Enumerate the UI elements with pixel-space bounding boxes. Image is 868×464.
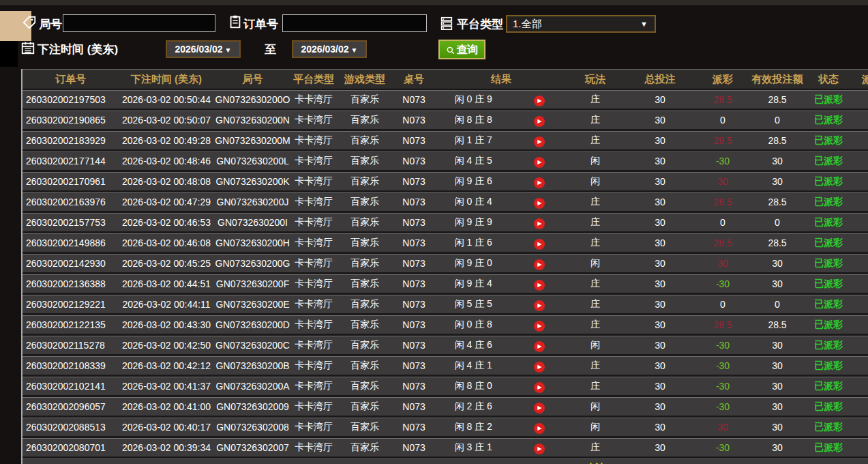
replay-play-icon[interactable]: ▶ <box>534 362 545 373</box>
cell-total-bet: 30 <box>623 213 698 233</box>
cell-platform-type: 卡卡湾厅 <box>291 111 336 131</box>
cell-payout: 30 <box>698 254 748 274</box>
cell-total-bet: 30 <box>623 315 698 336</box>
cell-platform-type: 卡卡湾厅 <box>291 213 336 233</box>
cell-valid-bet: 28.5 <box>748 315 807 336</box>
cell-platform-type: 卡卡湾厅 <box>291 233 336 254</box>
cell-game-no: GN0732630200E <box>214 295 291 315</box>
subtotal-valid-bet: 442.5 <box>748 459 807 464</box>
cell-valid-bet: 0 <box>748 111 807 131</box>
subtotal-empty <box>23 459 568 464</box>
cell-game-no: GN07326302009 <box>214 397 291 418</box>
cell-game-type: 百家乐 <box>336 274 393 295</box>
cell-status: 已派彩 <box>807 295 850 315</box>
game-no-label: 局号 <box>39 16 62 32</box>
cell-bet-time: 2026-03-02 00:41:00 <box>119 397 214 418</box>
cell-bet-time: 2026-03-02 00:47:29 <box>119 192 214 213</box>
table-body: 2603020021975032026-03-02 00:50:44GN0732… <box>23 90 868 459</box>
cell-bet-time: 2026-03-02 00:41:37 <box>119 377 214 397</box>
cell-play-type: 闲 <box>568 336 623 356</box>
cell-valid-bet: 30 <box>748 418 807 438</box>
replay-play-icon[interactable]: ▶ <box>534 239 545 250</box>
cell-platform-type: 卡卡湾厅 <box>291 397 336 418</box>
cell-game-no: GN0732630200M <box>214 131 291 151</box>
result-text: 闲 8 庄 8 <box>435 114 512 126</box>
cell-play-type: 庄 <box>568 131 623 151</box>
search-button-label: 查询 <box>457 44 479 55</box>
cell-play-type: 庄 <box>568 274 623 295</box>
replay-play-icon[interactable]: ▶ <box>534 96 545 106</box>
bet-records-table: 订单号 下注时间 (美东) 局号 平台类型 游戏类型 桌号 结果 玩法 总投注 … <box>21 69 868 464</box>
cell-game-no: GN0732630200D <box>214 315 291 336</box>
order-no-input[interactable] <box>282 14 427 32</box>
cell-result: 闲 3 庄 1▶ <box>434 438 568 459</box>
cell-game-type: 百家乐 <box>336 151 393 172</box>
result-text: 闲 4 庄 1 <box>435 360 512 372</box>
subtotal-total-bet: 540 <box>623 459 698 464</box>
cell-valid-bet: 30 <box>748 254 807 274</box>
cell-table-no: N073 <box>393 377 434 397</box>
cell-game-type: 百家乐 <box>336 233 393 254</box>
cell-platform-type: 卡卡湾厅 <box>291 315 336 336</box>
result-text: 闲 1 庄 7 <box>435 134 512 147</box>
replay-play-icon[interactable]: ▶ <box>534 259 545 270</box>
game-no-input[interactable] <box>63 14 215 32</box>
date-to-picker[interactable]: 2026/03/02▼ <box>292 40 367 58</box>
replay-play-icon[interactable]: ▶ <box>534 341 545 352</box>
result-text: 闲 0 庄 8 <box>435 319 512 331</box>
cell-payout: 0 <box>698 213 748 233</box>
cell-bet-time: 2026-03-02 00:46:08 <box>119 233 214 254</box>
search-button[interactable]: 查询 <box>438 40 485 59</box>
cell-result: 闲 4 庄 6▶ <box>434 336 568 356</box>
cell-valid-bet: 0 <box>748 213 807 233</box>
col-result: 结果 <box>434 69 568 90</box>
cell-valid-bet: 30 <box>748 356 807 377</box>
replay-play-icon[interactable]: ▶ <box>534 280 545 291</box>
platform-type-select[interactable]: 1.全部 ▼ <box>506 15 656 33</box>
cell-bet-time: 2026-03-02 00:43:30 <box>119 315 214 336</box>
cell-result: 闲 9 庄 6▶ <box>434 172 568 192</box>
cell-table-no: N073 <box>393 438 434 459</box>
replay-play-icon[interactable]: ▶ <box>534 218 545 229</box>
cell-table-no: N073 <box>393 254 434 274</box>
cell-table-no: N073 <box>393 315 434 336</box>
replay-play-icon[interactable]: ▶ <box>534 198 545 209</box>
table-row: 2603020021429302026-03-02 00:45:25GN0732… <box>23 254 868 274</box>
replay-play-icon[interactable]: ▶ <box>534 321 545 332</box>
cell-status: 已派彩 <box>807 131 850 151</box>
replay-play-icon[interactable]: ▶ <box>534 177 545 188</box>
replay-play-icon[interactable]: ▶ <box>534 136 545 147</box>
cell-result: 闲 9 庄 4▶ <box>434 274 568 295</box>
col-table-no: 桌号 <box>393 69 434 90</box>
cell-platform-type: 卡卡湾厅 <box>291 90 336 111</box>
result-text: 闲 9 庄 4 <box>435 278 512 290</box>
date-from-picker[interactable]: 2026/03/02▼ <box>166 40 241 58</box>
cell-result: 闲 5 庄 5▶ <box>434 295 568 315</box>
cell-total-bet: 30 <box>623 438 698 459</box>
replay-play-icon[interactable]: ▶ <box>534 116 545 127</box>
cell-order-no: 260302002129221 <box>23 295 119 315</box>
cell-result: 闲 9 庄 9▶ <box>434 213 568 233</box>
replay-play-icon[interactable]: ▶ <box>534 403 545 414</box>
subtotal-empty <box>850 459 868 464</box>
cell-game-no: GN0732630200K <box>214 172 291 192</box>
cell-game-type: 百家乐 <box>336 172 393 192</box>
table-row: 2603020020807012026-03-02 00:39:34GN0732… <box>23 438 868 459</box>
cell-clipped <box>850 131 868 151</box>
table-row: 2603020021975032026-03-02 00:50:44GN0732… <box>23 90 868 111</box>
replay-play-icon[interactable]: ▶ <box>534 423 545 434</box>
cell-payout: -30 <box>698 438 748 459</box>
cell-bet-time: 2026-03-02 00:42:12 <box>119 356 214 377</box>
cell-payout: -30 <box>698 377 748 397</box>
replay-play-icon[interactable]: ▶ <box>534 444 545 454</box>
replay-play-icon[interactable]: ▶ <box>534 157 545 168</box>
platform-type-value: 1.全部 <box>513 18 542 29</box>
cell-total-bet: 30 <box>623 254 698 274</box>
cell-clipped <box>850 438 868 459</box>
cell-total-bet: 30 <box>623 233 698 254</box>
replay-play-icon[interactable]: ▶ <box>534 382 545 393</box>
cell-valid-bet: 30 <box>748 377 807 397</box>
cell-result: 闲 8 庄 8▶ <box>434 111 568 131</box>
replay-play-icon[interactable]: ▶ <box>534 300 545 311</box>
cell-table-no: N073 <box>393 418 434 438</box>
